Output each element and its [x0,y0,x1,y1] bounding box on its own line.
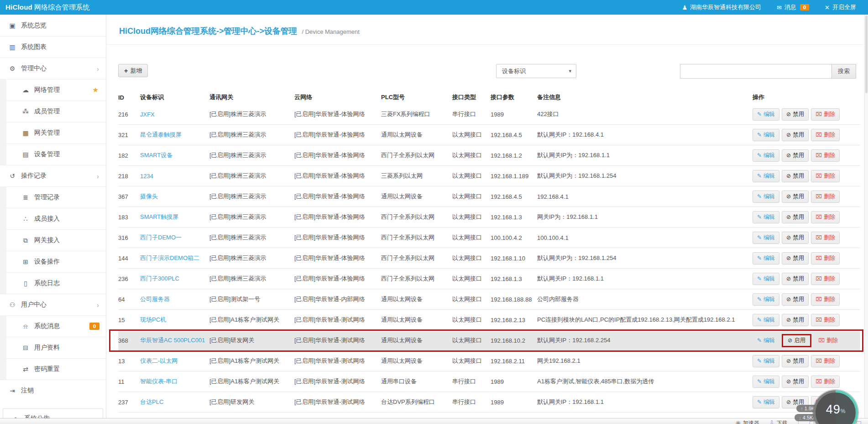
delete-button[interactable]: ⌧删除 [811,149,840,162]
filter-select[interactable]: 设备标识 ▾ [496,64,576,78]
edit-button[interactable]: ✎编辑 [753,376,779,388]
device-link[interactable]: 摄像头 [140,193,158,200]
edit-button[interactable]: ✎编辑 [753,232,779,244]
sidebar-item-password-reset[interactable]: ⇄ 密码重置 [0,358,106,380]
cell-id: 237 [118,399,140,406]
sidebar-item-user-profile[interactable]: ⊟ 用户资料 [0,337,106,358]
cell-interface-param: 192.168.1.2 [491,152,537,159]
device-link[interactable]: 仪表二-以太网 [140,357,178,364]
sidebar-item-system-charts[interactable]: ▥ 系统图表 [0,36,106,58]
disable-button[interactable]: ⊘禁用 [782,293,809,306]
sidebar-item-system-logs[interactable]: ▯ 系统日志 [0,272,106,294]
sidebar-item-user-center[interactable]: ⚇ 用户中心 › [0,294,106,315]
sidebar-item-member-access[interactable]: ∴ 成员接入 [0,208,106,229]
device-link[interactable]: SMART设备 [140,152,173,159]
edit-button[interactable]: ✎编辑 [753,108,779,121]
scrollbar[interactable] [864,15,868,424]
delete-button[interactable]: ⌧删除 [811,252,840,265]
disable-button[interactable]: ⊘禁用 [782,211,809,223]
disable-button[interactable]: ⊘禁用 [782,376,809,388]
delete-button[interactable]: ⌧删除 [811,273,840,285]
messages-menu[interactable]: ✉ 消息 0 [777,3,809,11]
delete-button[interactable]: ⌧删除 [811,211,840,223]
device-link[interactable]: 昆仑通泰触摸屏 [140,131,182,138]
delete-button[interactable]: ⌧删除 [811,108,840,121]
column-header: ID [118,94,140,101]
sidebar-item-logout[interactable]: ⇥ 注销 [0,380,106,401]
edit-button[interactable]: ✎编辑 [753,334,779,347]
add-button[interactable]: + 新增 [118,64,148,77]
sidebar-item-management-records[interactable]: ≣ 管理记录 [0,186,106,208]
disable-button[interactable]: ⊘禁用 [782,252,809,265]
sidebar-item-device-management[interactable]: ▤ 设备管理 [0,143,106,165]
device-link[interactable]: 1234 [140,173,153,180]
fullscreen-button[interactable]: ✕ 开启全屏 [825,3,856,11]
cell-device-name: SMART触摸屏 [140,213,209,221]
edit-button[interactable]: ✎编辑 [753,314,779,326]
device-link[interactable]: 智能仪表-串口 [140,378,178,385]
disable-button[interactable]: ⊘禁用 [782,355,809,367]
sidebar-item-network-management[interactable]: ☁ 网络管理 ★ [0,79,106,101]
account-menu[interactable]: ♟ 湖南华辰智通科技有限公司 [682,3,761,11]
sidebar-item-gateway-access[interactable]: ⧉ 网关接入 [0,229,106,251]
download-button[interactable]: ⇩ 下载 [769,419,788,424]
delete-button[interactable]: ⌧删除 [811,314,840,326]
delete-button[interactable]: ⌧删除 [811,191,840,203]
edit-button[interactable]: ✎编辑 [753,211,779,223]
disable-button[interactable]: ⊘禁用 [782,273,809,285]
device-link[interactable]: 华辰智通AC 500PLC001 [140,337,205,344]
delete-button[interactable]: ⌧删除 [811,376,840,388]
disable-button[interactable]: ⊘禁用 [782,232,809,244]
device-link[interactable]: 公司服务器 [140,296,170,302]
enable-button[interactable]: ⊘启用 [782,334,811,347]
table-row: 13 仪表二-以太网 [已启用]A1栋客户测试网关 [已启用]华辰智通-测试网络… [118,351,860,371]
delete-button[interactable]: ⌧删除 [811,232,840,244]
search-input[interactable] [680,64,831,79]
sidebar-item-label: 系统消息 [34,322,60,330]
history-icon: ↺ [8,172,17,180]
search-button[interactable]: 搜索 [831,64,856,79]
edit-button[interactable]: ✎编辑 [753,252,779,265]
scrollbar-thumb[interactable] [865,16,868,93]
edit-button[interactable]: ✎编辑 [753,396,779,408]
delete-button[interactable]: ⌧删除 [811,293,840,306]
delete-button[interactable]: ⌧删除 [814,334,842,347]
sidebar-item-gateway-management[interactable]: ▦ 网关管理 [0,122,106,143]
delete-button[interactable]: ⌧删除 [811,170,840,182]
sidebar-item-operation-records[interactable]: ↺ 操作记录 › [0,165,106,186]
disable-button[interactable]: ⊘禁用 [782,170,809,182]
edit-button[interactable]: ✎编辑 [753,355,779,367]
accelerator-button[interactable]: ◉ 加速器 [735,419,759,424]
breadcrumb-suffix: / Device Management [302,28,359,35]
edit-button[interactable]: ✎编辑 [753,149,779,162]
disable-button[interactable]: ⊘禁用 [782,314,809,326]
edit-button[interactable]: ✎编辑 [753,273,779,285]
edit-button[interactable]: ✎编辑 [753,191,779,203]
sidebar-item-system-messages[interactable]: ⍾ 系统消息 0 [0,315,106,337]
delete-button[interactable]: ⌧删除 [811,355,840,367]
edit-button-label: 编辑 [763,172,775,180]
disable-button[interactable]: ⊘禁用 [782,191,809,203]
sidebar-item-device-operation[interactable]: ⊞ 设备操作 [0,251,106,272]
device-link[interactable]: 西门子DEMO一 [140,234,182,241]
sidebar-item-system-overview[interactable]: ▣ 系统总览 [0,15,106,36]
device-link[interactable]: JXFX [140,111,155,118]
edit-button[interactable]: ✎编辑 [753,293,779,306]
device-link[interactable]: 西门子演示DEMO箱二 [140,254,199,261]
bottombar-icon[interactable]: ▢ [856,419,862,424]
device-link[interactable]: 台达PLC [140,398,163,405]
device-link[interactable]: 西门子300PLC [140,275,179,282]
disable-button[interactable]: ⊘禁用 [782,129,809,141]
download-icon: ⇩ [769,419,774,424]
ban-icon: ⊘ [786,317,791,323]
edit-button[interactable]: ✎编辑 [753,170,779,182]
sidebar-item-member-management[interactable]: ⁂ 成员管理 [0,101,106,122]
delete-button[interactable]: ⌧删除 [811,129,840,141]
device-link[interactable]: 现场PC机 [140,316,166,323]
sidebar-item-management-center[interactable]: ⚙ 管理中心 › [0,58,106,79]
disable-button[interactable]: ⊘禁用 [782,149,809,162]
disable-button[interactable]: ⊘禁用 [782,108,809,121]
edit-button[interactable]: ✎编辑 [753,129,779,141]
device-link[interactable]: SMART触摸屏 [140,213,178,220]
cell-remark: 默认网关IP为：192.168.1.1 [537,151,753,159]
